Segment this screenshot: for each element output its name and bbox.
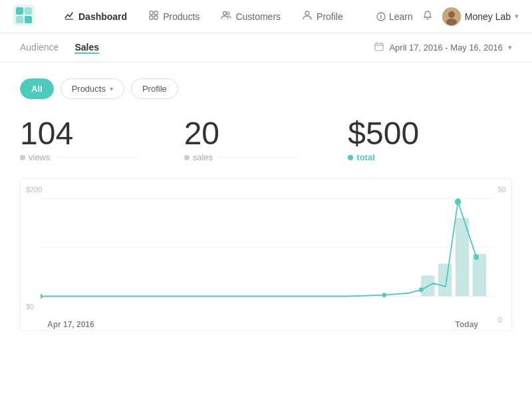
sales-label: sales [184, 152, 348, 162]
nav-label-dashboard: Dashboard [78, 11, 127, 22]
svg-point-28 [474, 255, 479, 260]
date-range-text: April 17, 2016 - May 16, 2016 [389, 43, 503, 53]
filter-all[interactable]: All [20, 78, 54, 99]
subnav-sales[interactable]: Sales [74, 42, 99, 54]
svg-rect-8 [154, 16, 158, 19]
stat-sales: 20 sales [184, 118, 348, 162]
nav-label-products: Products [163, 11, 200, 22]
customers-icon [221, 10, 231, 23]
nav-item-profile[interactable]: Profile [293, 6, 352, 27]
total-dot [348, 155, 353, 160]
main-content: All Products ▾ Profile 104 views 20 sale… [0, 63, 532, 347]
chart-icon [64, 10, 74, 23]
user-name: Money Lab [465, 11, 511, 22]
svg-rect-7 [150, 16, 153, 19]
profile-icon [302, 10, 313, 23]
svg-rect-21 [438, 264, 452, 297]
svg-point-9 [223, 11, 227, 15]
logo[interactable] [13, 5, 35, 29]
sales-value: 20 [184, 118, 348, 150]
filter-products[interactable]: Products ▾ [61, 78, 124, 99]
subnav-items: Audience Sales [20, 42, 99, 54]
avatar [442, 7, 461, 26]
svg-rect-6 [154, 11, 158, 15]
svg-point-26 [419, 287, 423, 292]
x-label-end: Today [456, 320, 478, 329]
svg-point-15 [446, 19, 457, 25]
svg-rect-3 [16, 16, 23, 23]
svg-point-25 [382, 293, 386, 297]
user-chevron: ▾ [515, 12, 519, 21]
y-label-0: $0 [26, 303, 42, 311]
stat-views: 104 views [20, 118, 184, 162]
learn-label: Learn [389, 11, 413, 22]
top-navigation: Dashboard Products Customers Profile Lea… [0, 0, 532, 33]
y-axis-right: 50 0 [498, 179, 506, 331]
subnav-audience[interactable]: Audience [20, 42, 59, 54]
svg-point-10 [227, 12, 229, 15]
views-value: 104 [20, 118, 184, 150]
nav-right: Learn Money Lab ▾ [376, 7, 519, 26]
nav-item-products[interactable]: Products [139, 6, 209, 27]
views-label: views [20, 152, 184, 162]
nav-item-dashboard[interactable]: Dashboard [55, 6, 136, 27]
nav-item-customers[interactable]: Customers [211, 6, 290, 27]
date-range-picker[interactable]: April 17, 2016 - May 16, 2016 ▾ [374, 42, 512, 53]
learn-link[interactable]: Learn [376, 11, 413, 22]
svg-rect-16 [375, 43, 383, 51]
svg-point-24 [41, 294, 43, 299]
calendar-icon [374, 42, 384, 53]
filter-row: All Products ▾ Profile [20, 78, 512, 99]
sub-navigation: Audience Sales April 17, 2016 - May 16, … [0, 33, 532, 63]
nav-items: Dashboard Products Customers Profile [55, 6, 376, 27]
svg-rect-4 [25, 16, 32, 23]
sales-dot [184, 155, 190, 160]
svg-rect-23 [473, 254, 486, 297]
chart-svg [41, 179, 495, 316]
notification-bell[interactable] [422, 10, 433, 23]
svg-point-14 [448, 11, 455, 18]
svg-point-11 [305, 11, 309, 15]
chevron-down-icon: ▾ [110, 85, 113, 92]
total-value: $500 [348, 118, 512, 150]
date-chevron: ▾ [508, 43, 512, 52]
svg-rect-5 [150, 11, 153, 15]
nav-label-customers: Customers [235, 11, 281, 22]
svg-point-27 [455, 198, 461, 205]
x-axis-labels: Apr 17, 2016 Today [41, 317, 485, 329]
stat-total: $500 total [348, 118, 512, 162]
filter-profile[interactable]: Profile [131, 78, 178, 99]
views-dot [20, 155, 25, 160]
nav-label-profile: Profile [317, 11, 343, 22]
products-icon [148, 10, 159, 23]
svg-rect-2 [25, 7, 32, 15]
user-menu[interactable]: Money Lab ▾ [442, 7, 519, 26]
svg-rect-1 [16, 7, 23, 15]
stats-row: 104 views 20 sales $500 total [20, 118, 512, 162]
x-label-start: Apr 17, 2016 [47, 320, 94, 329]
total-label: total [348, 152, 512, 162]
y-label-200: $200 [26, 186, 42, 194]
chart-container: $200 $0 50 0 [20, 178, 512, 331]
